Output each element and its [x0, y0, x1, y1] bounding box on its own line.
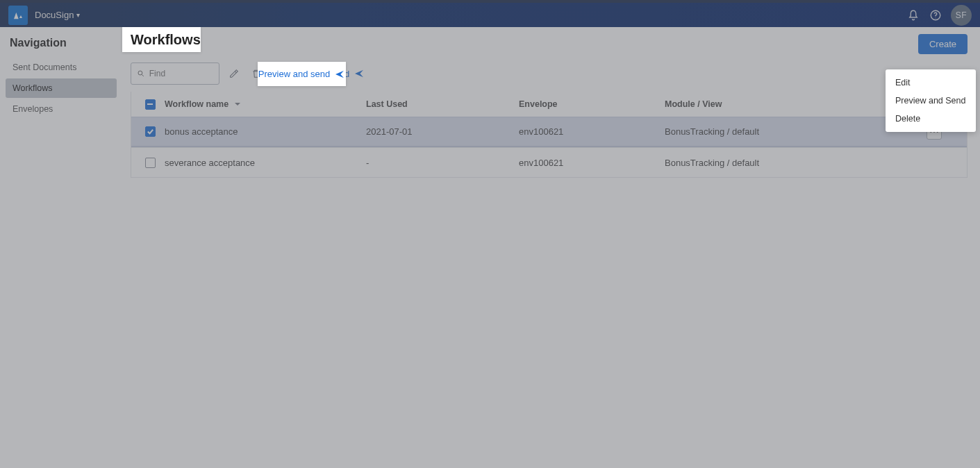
- sidebar-title: Navigation: [6, 37, 117, 58]
- cell-envelope: env100621: [519, 158, 665, 168]
- bell-icon: [907, 9, 920, 22]
- row-checkbox[interactable]: [145, 126, 156, 137]
- cell-name: bonus acceptance: [165, 126, 366, 137]
- create-button-label: Create: [929, 39, 956, 49]
- ctx-item-label: Delete: [895, 114, 920, 124]
- chevron-down-icon: [234, 101, 241, 108]
- app-switcher[interactable]: DocuSign ▾: [35, 10, 80, 20]
- svg-point-1: [138, 71, 142, 75]
- search-box[interactable]: [131, 62, 219, 85]
- ctx-item-label: Preview and Send: [895, 96, 965, 106]
- col-label: Workflow name: [165, 99, 229, 109]
- row-checkbox[interactable]: [145, 158, 156, 168]
- table-header: Workflow name Last Used Envelope Module …: [131, 92, 967, 117]
- svg-line-2: [142, 74, 143, 76]
- search-input[interactable]: [149, 69, 213, 78]
- col-envelope[interactable]: Envelope: [519, 99, 665, 109]
- notifications-button[interactable]: [902, 4, 924, 26]
- check-icon: [147, 128, 154, 135]
- app-header: DocuSign ▾ SF: [0, 3, 980, 27]
- user-initials: SF: [956, 10, 967, 20]
- ctx-delete[interactable]: Delete: [886, 110, 976, 128]
- app-logo[interactable]: [8, 6, 28, 25]
- cell-envelope: env100621: [519, 126, 665, 137]
- table-row[interactable]: bonus acceptance 2021-07-01 env100621 Bo…: [131, 117, 967, 147]
- col-last-used[interactable]: Last Used: [366, 99, 519, 109]
- preview-and-send-button-highlight[interactable]: Preview and send: [258, 69, 345, 80]
- workflows-table: Workflow name Last Used Envelope Module …: [131, 92, 967, 178]
- sidebar-item-workflows[interactable]: Workflows: [6, 78, 117, 98]
- pencil-icon: [229, 68, 240, 79]
- toolbar: Preview and send: [131, 62, 967, 85]
- edit-button[interactable]: [226, 66, 242, 81]
- tour-highlight-title: Workflows: [122, 27, 201, 52]
- app-name: DocuSign: [35, 10, 74, 20]
- col-module-view[interactable]: Module / View: [665, 99, 880, 109]
- sidebar-item-envelopes[interactable]: Envelopes: [6, 99, 117, 119]
- main-content: Workflows Create Preview and send: [122, 27, 980, 468]
- help-button[interactable]: [924, 4, 947, 26]
- cell-module-view: BonusTracking / default: [665, 126, 880, 137]
- cell-last-used: 2021-07-01: [366, 126, 519, 137]
- ctx-preview-send[interactable]: Preview and Send: [886, 92, 976, 110]
- sidebar-item-label: Envelopes: [13, 104, 53, 114]
- cell-module-view: BonusTracking / default: [665, 158, 880, 168]
- ctx-item-label: Edit: [895, 78, 911, 87]
- search-icon: [137, 69, 145, 78]
- tour-highlight-preview: Preview and send: [258, 62, 346, 86]
- sidebar-item-label: Workflows: [13, 83, 52, 93]
- send-icon: [334, 69, 345, 80]
- sidebar: Navigation Sent Documents Workflows Enve…: [0, 27, 122, 468]
- row-context-menu: Edit Preview and Send Delete: [886, 69, 976, 132]
- logo-icon: [13, 10, 24, 21]
- cell-name: severance acceptance: [165, 158, 366, 168]
- send-icon: [354, 68, 365, 79]
- create-button[interactable]: Create: [918, 34, 967, 54]
- sidebar-item-sent-documents[interactable]: Sent Documents: [6, 58, 117, 77]
- help-icon: [929, 9, 942, 22]
- cell-last-used: -: [366, 158, 519, 168]
- ctx-edit[interactable]: Edit: [886, 74, 976, 92]
- chevron-down-icon: ▾: [76, 11, 80, 19]
- table-row[interactable]: severance acceptance - env100621 BonusTr…: [131, 147, 967, 178]
- col-workflow-name[interactable]: Workflow name: [165, 99, 366, 109]
- sidebar-item-label: Sent Documents: [13, 62, 76, 72]
- user-avatar[interactable]: SF: [951, 5, 972, 26]
- select-all-checkbox[interactable]: [145, 99, 156, 110]
